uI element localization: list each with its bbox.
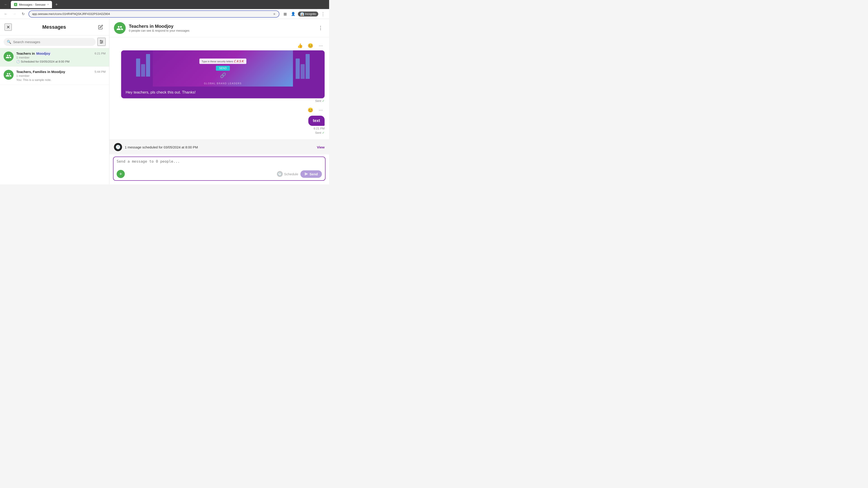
message-2-status: 6:21 PM <box>314 127 324 130</box>
tab-title: Messages - Seesaw <box>19 3 45 6</box>
emoji-add-icon: 😊 <box>308 43 313 48</box>
schedule-clock-icon: 🕐 <box>277 171 283 177</box>
conv-name-1: Teachers in Moodjoy <box>16 52 51 55</box>
url-text: app.seesaw.me/c/conv.01HR4FNQSKJRF4332PS… <box>32 12 271 15</box>
more-dots-icon: ⋯ <box>319 43 323 48</box>
messages-title: Messages <box>12 24 96 30</box>
text-message-bubble: text <box>308 116 324 126</box>
address-bar: ← → ↻ app.seesaw.me/c/conv.01HR4FNQSKJRF… <box>0 9 329 19</box>
conv-scheduled-1: 🕐 Scheduled for 03/05/2024 at 8:00 PM <box>16 60 105 63</box>
message-more-button[interactable]: ⋯ <box>317 42 324 50</box>
tab-close-button[interactable]: × <box>47 3 49 6</box>
composer-footer: + 🕐 Schedule Send <box>117 170 322 178</box>
message-caption-text: Hey teachers, pls check this out. Thanks… <box>126 90 196 94</box>
star-icon: ★ <box>273 12 276 16</box>
chat-title-wrap: Teachers in Moodjoy 0 people can see & r… <box>129 24 313 32</box>
svg-point-5 <box>101 43 101 43</box>
captcha-box: Type in these security letters CASK <box>199 59 246 64</box>
check-icon-1: ✓ <box>322 99 324 103</box>
thumbs-up-button[interactable]: 👍 <box>296 42 304 50</box>
message-2-sent-status: Sent ✓ <box>315 131 324 134</box>
conv-time-2: 5:44 PM <box>95 70 105 73</box>
scheduled-clock-icon: 🕐 <box>114 143 122 151</box>
search-input-wrap[interactable]: 🔍 <box>4 38 96 46</box>
schedule-button[interactable]: 🕐 Schedule <box>277 171 298 177</box>
message-1-wrap: 👍 😊 ⋯ <box>114 42 324 103</box>
conv-member-2: 1 member <box>16 74 105 77</box>
new-tab-button[interactable]: + <box>54 2 59 7</box>
view-scheduled-button[interactable]: View <box>317 145 324 149</box>
messages-area: 👍 😊 ⋯ <box>110 37 329 140</box>
conv-preview-2: You: This is a sample note. <box>16 78 105 82</box>
forward-nav-button[interactable]: → <box>11 11 18 17</box>
message-caption: Hey teachers, pls check this out. Thanks… <box>121 87 324 98</box>
conv-avatar-2 <box>4 70 13 80</box>
svg-point-4 <box>102 41 103 42</box>
app-container: ✕ Messages 🔍 <box>0 19 329 184</box>
extensions-button[interactable]: ▦ <box>282 11 288 18</box>
sidebar: ✕ Messages 🔍 <box>0 19 110 184</box>
compose-button[interactable] <box>96 23 105 31</box>
chat-title: Teachers in Moodjoy <box>129 24 313 29</box>
filter-button[interactable] <box>97 38 105 46</box>
conversation-list: Teachers in Moodjoy 6:21 PM 1 member 🕐 S… <box>0 48 109 184</box>
tab-favicon: S <box>14 3 17 6</box>
incognito-badge: 👔 Incognito <box>298 11 318 17</box>
message-1-actions-top: 👍 😊 ⋯ <box>296 42 324 50</box>
captcha-text: CASK <box>234 59 244 63</box>
chat-header: Teachers in Moodjoy 0 people can see & r… <box>110 19 329 37</box>
url-bar[interactable]: app.seesaw.me/c/conv.01HR4FNQSKJRF4332PS… <box>29 10 279 18</box>
captcha-send-button[interactable]: SEND <box>216 66 230 71</box>
scheduled-text: 1 message scheduled for 03/05/2024 at 8:… <box>125 145 198 149</box>
back-button[interactable]: ← <box>3 1 9 8</box>
message-image-card[interactable]: Type in these security letters CASK SEND… <box>121 51 324 98</box>
message-2-actions-top: 😊 ⋯ <box>307 106 324 114</box>
clock-icon-1: 🕐 <box>16 60 20 63</box>
chat-subtitle: 0 people can see & respond to your messa… <box>129 29 313 32</box>
search-icon: 🔍 <box>7 40 11 44</box>
chat-more-button[interactable]: ⋮ <box>316 24 324 32</box>
address-bar-icons: ▦ 👤 👔 Incognito ⋮ <box>282 11 327 18</box>
captcha-label: Type in these security letters CASK <box>202 60 244 63</box>
svg-point-3 <box>100 40 101 41</box>
link-icon: 🔗 <box>220 72 226 78</box>
sidebar-header: ✕ Messages <box>0 19 109 35</box>
conversation-item-2[interactable]: Teachers, Families in Moodjoy 5:44 PM 1 … <box>0 67 109 85</box>
browser-chrome: ← S Messages - Seesaw × + <box>0 0 329 9</box>
message-more-button-2[interactable]: ⋯ <box>317 106 324 114</box>
close-messages-button[interactable]: ✕ <box>4 24 12 31</box>
search-bar: 🔍 <box>0 35 109 48</box>
back-nav-button[interactable]: ← <box>3 11 9 17</box>
conv-name-2: Teachers, Families in Moodjoy <box>16 70 65 74</box>
message-composer: + 🕐 Schedule Send <box>113 157 326 181</box>
add-attachment-button[interactable]: + <box>117 170 125 178</box>
send-button[interactable]: Send <box>301 170 322 178</box>
conversation-item-1[interactable]: Teachers in Moodjoy 6:21 PM 1 member 🕐 S… <box>0 48 109 67</box>
emoji-add-icon-2: 😊 <box>308 107 313 113</box>
chat-header-avatar <box>114 22 126 34</box>
conv-info-1: Teachers in Moodjoy 6:21 PM 1 member 🕐 S… <box>16 52 105 63</box>
profile-button[interactable]: 👤 <box>290 11 297 18</box>
msg2-time: 6:21 PM <box>314 127 324 130</box>
scheduled-left: 🕐 1 message scheduled for 03/05/2024 at … <box>114 143 198 151</box>
more-dots-icon-2: ⋯ <box>319 107 323 112</box>
img-small-text: GLOBAL BRAND LEADERS <box>204 82 242 85</box>
main-content: Teachers in Moodjoy 0 people can see & r… <box>110 19 329 184</box>
message-1-status: Sent ✓ <box>315 99 324 103</box>
message-2-wrap: 😊 ⋯ text 6:21 PM Sent ✓ <box>114 106 324 134</box>
conv-avatar-1 <box>4 52 13 61</box>
thumbs-up-icon: 👍 <box>297 43 303 48</box>
search-input[interactable] <box>13 40 92 44</box>
check-icon-2: ✓ <box>322 131 324 134</box>
message-image: Type in these security letters CASK SEND… <box>121 51 324 87</box>
emoji-reaction-button-2[interactable]: 😊 <box>307 106 314 114</box>
conv-member-1: 1 member <box>16 56 105 59</box>
reload-button[interactable]: ↻ <box>20 11 26 17</box>
composer-input[interactable] <box>117 159 322 167</box>
browser-tab[interactable]: S Messages - Seesaw × <box>11 1 52 8</box>
conv-info-2: Teachers, Families in Moodjoy 5:44 PM 1 … <box>16 70 105 82</box>
menu-button[interactable]: ⋮ <box>320 11 327 18</box>
emoji-reaction-button[interactable]: 😊 <box>307 42 314 50</box>
conv-time-1: 6:21 PM <box>95 52 105 55</box>
scheduled-banner: 🕐 1 message scheduled for 03/05/2024 at … <box>110 140 329 154</box>
